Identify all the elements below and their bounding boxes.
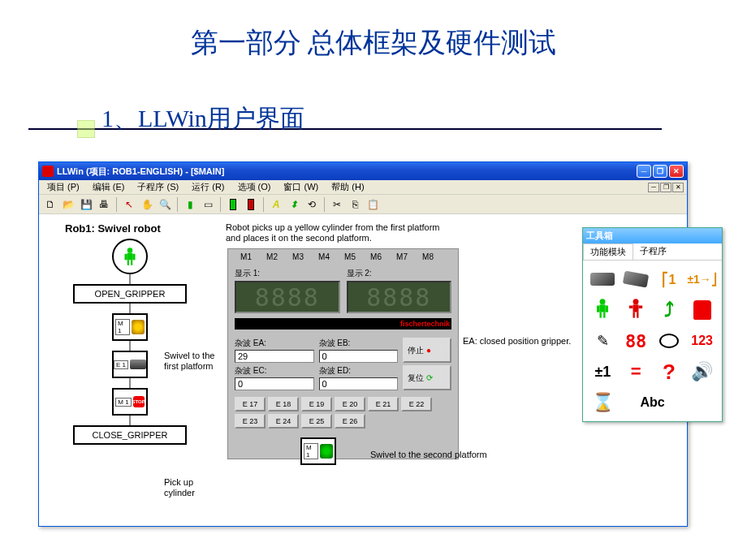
reset-button[interactable]: 复位⟳ [403,365,451,390]
new-icon[interactable]: 🗋 [42,196,58,213]
equals-icon: = [631,361,641,382]
sensor-block[interactable]: E 1 [112,351,148,378]
gear-icon [132,320,145,334]
stop-button[interactable]: 停止● [403,338,451,363]
tab-subprograms[interactable]: 子程序 [633,243,673,260]
menu-run[interactable]: 运行 (R) [187,180,229,194]
e-button[interactable]: E 25 [301,414,332,429]
eb-input[interactable]: 0 [319,350,399,363]
close-button[interactable]: ✕ [669,165,684,178]
tool-number[interactable]: 123 [687,327,717,355]
link-icon[interactable]: ⟲ [304,196,320,213]
tool-empty [687,389,717,416]
tool-compare[interactable]: = [621,358,651,386]
tool-loop[interactable]: ⤴ [654,296,684,324]
maximize-button[interactable]: ❐ [653,165,667,178]
interface-icon[interactable]: ▮ [182,196,198,213]
write-icon: ✎ [597,332,609,350]
close-gripper-block[interactable]: CLOSE_GRIPPER [73,425,187,445]
app-icon [42,166,54,177]
move-icon[interactable]: ⬍ [286,196,302,213]
toolbox-palette[interactable]: 工具箱 功能模块 子程序 ⎡1 ±1→⎦ ⤴ ✎ 88 123 ±1 = ? 🔊… [582,227,723,422]
e-button[interactable]: E 23 [235,414,266,429]
minimize-button[interactable]: ─ [637,165,651,178]
titlebar: LLWin (项目: ROB1-ENGLISH) - [$MAIN] ─ ❐ ✕ [39,162,687,180]
toolbar-sep [220,197,221,212]
e-button[interactable]: E 20 [335,397,365,411]
print-icon[interactable]: 🖶 [96,196,112,213]
sensor-icon [130,360,146,369]
panel-icon[interactable]: ▭ [200,196,216,213]
tool-branch[interactable]: ? [654,358,684,386]
zoom-icon[interactable]: 🔍 [157,196,173,213]
svg-point-0 [127,248,133,253]
paste-icon[interactable]: 📋 [365,196,381,213]
motor-block-1[interactable]: M 1 [112,313,148,341]
mdi-close[interactable]: ✕ [672,183,684,192]
e-button[interactable]: E 18 [268,397,299,411]
tool-motor-1[interactable] [588,265,618,293]
e-button[interactable]: E 21 [368,397,399,411]
tool-stop[interactable] [621,296,651,324]
flow-connector [129,416,131,425]
cut-icon[interactable]: ✂ [329,196,345,213]
ec-input[interactable]: 0 [235,377,314,390]
e-button[interactable]: E 24 [268,414,299,429]
tool-start[interactable] [588,296,618,324]
tool-counter[interactable]: ⎡1 [654,265,684,293]
tool-motor-2[interactable] [621,265,651,293]
loop-icon: ⤴ [664,299,674,321]
e-button[interactable]: E 17 [235,397,266,411]
motor-col: M3 [287,252,309,261]
svg-rect-17 [637,312,638,318]
tool-inc-dec[interactable]: ±1 [588,358,618,386]
tab-function-blocks[interactable]: 功能模块 [583,243,633,260]
motor-col: M6 [365,252,387,261]
e-button[interactable]: E 22 [401,397,432,411]
tool-display[interactable]: 88 [621,327,651,355]
e-button[interactable]: E 26 [335,414,365,429]
menu-window[interactable]: 窗口 (W) [279,180,323,194]
motor-stop-block[interactable]: M 1 STOP [112,388,148,416]
tool-wait[interactable] [687,296,717,324]
tool-timer[interactable]: ⌛ [588,389,618,416]
mdi-minimize[interactable]: ─ [648,183,659,192]
open-icon[interactable]: 📂 [60,196,76,213]
interface-panel[interactable]: M1 M2 M3 M4 M5 M6 M7 M8 显示 1: 8888 显示 2:… [227,248,459,459]
tool-text[interactable]: Abc [621,389,684,416]
tool-sound[interactable]: 🔊 [687,358,717,386]
rob-description: Robot picks up a yellow cylinder from th… [226,222,453,243]
mdi-restore[interactable]: ❐ [660,183,671,192]
menu-help[interactable]: 帮助 (H) [326,180,369,194]
menu-subprogram[interactable]: 子程序 (S) [132,180,184,194]
tool-position[interactable]: ±1→⎦ [687,265,717,293]
open-gripper-block[interactable]: OPEN_GRIPPER [73,284,187,304]
flowchart: OPEN_GRIPPER M 1 E 1 M 1 STOP CLOSE_GRIP… [73,239,187,445]
ed-input[interactable]: 0 [319,377,399,390]
stop-man-icon [624,297,647,323]
menu-project[interactable]: 项目 (P) [42,180,84,194]
label-icon[interactable]: A [268,196,284,213]
tool-speech[interactable] [654,327,684,355]
traffic-red-icon[interactable] [243,196,259,213]
stop-icon: STOP [133,396,145,407]
save-icon[interactable]: 💾 [78,196,94,213]
start-node[interactable] [112,239,148,274]
flow-connector [129,274,131,284]
tool-display-write[interactable]: ✎ [588,327,618,355]
ea-input[interactable]: 29 [235,350,314,363]
motor-block-2[interactable]: M 1 [300,437,336,465]
display-1: 显示 1: 8888 [235,268,340,313]
speech-icon [659,334,679,348]
toolbar: 🗋 📂 💾 🖶 ↖ ✋ 🔍 ▮ ▭ A ⬍ ⟲ ✂ ⎘ 📋 [39,195,687,214]
e-button[interactable]: E 19 [301,397,332,411]
hand-icon[interactable]: ✋ [139,196,155,213]
toolbox-title: 工具箱 [583,228,722,243]
pointer-icon[interactable]: ↖ [121,196,137,213]
slide-title: 第一部分 总体框架及硬件测试 [0,0,747,62]
menu-options[interactable]: 选项 (O) [233,180,276,194]
menu-edit[interactable]: 编辑 (E) [88,180,130,194]
traffic-green-icon[interactable] [225,196,241,213]
copy-icon[interactable]: ⎘ [347,196,363,213]
flow-connector [129,378,131,388]
